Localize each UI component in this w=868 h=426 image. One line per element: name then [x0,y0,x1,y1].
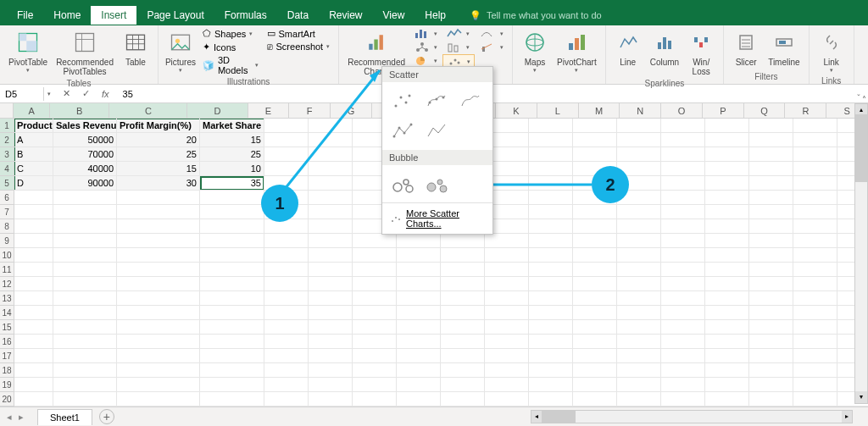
sheet-nav-prev[interactable]: ◂ [3,412,15,423]
more-scatter-charts[interactable]: More Scatter Charts... [382,202,492,234]
slicer-button[interactable]: Slicer [729,27,763,69]
column-chart-button[interactable]: ▾ [410,27,441,41]
row-header-13[interactable]: 13 [0,291,14,306]
col-header-C[interactable]: C [109,103,187,118]
cell-A5[interactable]: D [14,176,53,191]
sheet-nav-next[interactable]: ▸ [15,412,27,423]
tab-insert[interactable]: Insert [91,6,136,25]
link-button[interactable]: Link▾ [815,27,849,75]
cell-C1[interactable]: Profit Margin(%) [117,119,200,133]
smartart-button[interactable]: ▭SmartArt [264,27,334,40]
col-header-N[interactable]: N [620,103,661,118]
fx-icon[interactable]: fx [98,89,113,99]
row-header-8[interactable]: 8 [0,219,14,234]
sparkline-column-button[interactable]: Column [647,27,682,69]
bubble-option-3d[interactable] [421,170,452,197]
sparkline-line-button[interactable]: Line [611,27,645,69]
scatter-option-markers[interactable] [387,87,418,114]
row-header-17[interactable]: 17 [0,349,14,363]
sparkline-winloss-button[interactable]: Win/ Loss [684,27,718,78]
cell-A4[interactable]: C [14,162,53,176]
vertical-scrollbar[interactable]: ▴ ▾ [854,103,868,404]
bubble-option-2d[interactable] [387,170,418,197]
cell-D4[interactable]: 10 [200,162,264,176]
col-header-E[interactable]: E [248,103,290,118]
line-chart-button[interactable]: ▾ [442,27,475,41]
add-sheet-button[interactable]: + [99,409,114,424]
tab-formulas[interactable]: Formulas [214,6,277,25]
col-header-G[interactable]: G [331,103,372,118]
icons-button[interactable]: ✦Icons [199,41,262,53]
hierarchy-chart-button[interactable]: ▾ [410,41,441,54]
col-header-P[interactable]: P [703,103,744,118]
row-header-20[interactable]: 20 [0,392,14,407]
shapes-button[interactable]: ⬠Shapes▾ [199,27,262,40]
row-header-1[interactable]: 1 [0,119,14,133]
tab-view[interactable]: View [373,6,415,25]
cell-C5[interactable]: 30 [117,176,200,191]
table-button[interactable]: Table [119,27,153,69]
cell-C2[interactable]: 20 [117,133,200,147]
scatter-option-smooth-markers[interactable] [421,87,452,114]
screenshot-button[interactable]: ⎚Screenshot▾ [264,41,334,53]
recommended-pivot-button[interactable]: Recommended PivotTables [53,27,117,78]
tab-file[interactable]: File [7,6,43,25]
cell-B3[interactable]: 70000 [53,147,117,162]
row-header-3[interactable]: 3 [0,147,14,162]
scatter-option-straight[interactable] [421,118,452,145]
stat-chart-button[interactable]: ▾ [442,41,475,54]
cell-B2[interactable]: 50000 [53,133,117,147]
tab-review[interactable]: Review [319,6,372,25]
row-header-5[interactable]: 5 [0,176,14,191]
cancel-formula-icon[interactable]: ✕ [59,88,74,99]
cell-D1[interactable]: Market Share [200,119,264,133]
row-header-19[interactable]: 19 [0,378,14,392]
cell-A3[interactable]: B [14,147,53,162]
combo-chart-button[interactable]: ▾ [476,41,507,54]
cell-C3[interactable]: 25 [117,147,200,162]
cell-D2[interactable]: 15 [200,133,264,147]
cell-B5[interactable]: 90000 [53,176,117,191]
col-header-B[interactable]: B [50,103,109,118]
row-header-14[interactable]: 14 [0,306,14,320]
row-header-7[interactable]: 7 [0,205,14,219]
row-header-10[interactable]: 10 [0,248,14,263]
horizontal-scrollbar[interactable]: ◂ ▸ [531,410,853,423]
col-header-F[interactable]: F [289,103,331,118]
col-header-K[interactable]: K [496,103,537,118]
name-box[interactable]: D5 [0,87,44,101]
cell-B1[interactable]: Sales Revenue [53,119,117,133]
scatter-option-smooth[interactable] [455,87,486,114]
pivotchart-button[interactable]: PivotChart▾ [554,27,600,75]
row-header-18[interactable]: 18 [0,363,14,378]
cell-D3[interactable]: 25 [200,147,264,162]
tell-me-search[interactable]: 💡 Tell me what you want to do [470,10,602,21]
row-header-16[interactable]: 16 [0,335,14,349]
cell-C4[interactable]: 15 [117,162,200,176]
tab-help[interactable]: Help [415,6,456,25]
3dmodels-button[interactable]: 🧊3D Models▾ [199,54,262,76]
row-header-2[interactable]: 2 [0,133,14,147]
row-header-12[interactable]: 12 [0,277,14,291]
cell-A1[interactable]: Product [14,119,53,133]
col-header-M[interactable]: M [579,103,620,118]
pivottable-button[interactable]: PivotTable▾ [5,27,51,75]
cell-D5[interactable]: 35 [200,176,264,191]
pictures-button[interactable]: Pictures▾ [164,27,198,75]
row-header-6[interactable]: 6 [0,191,14,205]
map-chart-button[interactable]: ▾ [476,27,507,41]
col-header-L[interactable]: L [537,103,579,118]
row-header-15[interactable]: 15 [0,320,14,335]
col-header-R[interactable]: R [785,103,826,118]
row-header-11[interactable]: 11 [0,263,14,277]
col-header-Q[interactable]: Q [744,103,786,118]
text-button[interactable]: A Text▾ [860,27,868,75]
sheet-tab-sheet1[interactable]: Sheet1 [37,409,92,425]
select-all-cells[interactable] [0,103,14,118]
scatter-option-straight-markers[interactable] [387,118,418,145]
accept-formula-icon[interactable]: ✓ [79,88,93,99]
row-header-4[interactable]: 4 [0,162,14,176]
cell-A2[interactable]: A [14,133,53,147]
tab-data[interactable]: Data [277,6,319,25]
cell-B4[interactable]: 40000 [53,162,117,176]
